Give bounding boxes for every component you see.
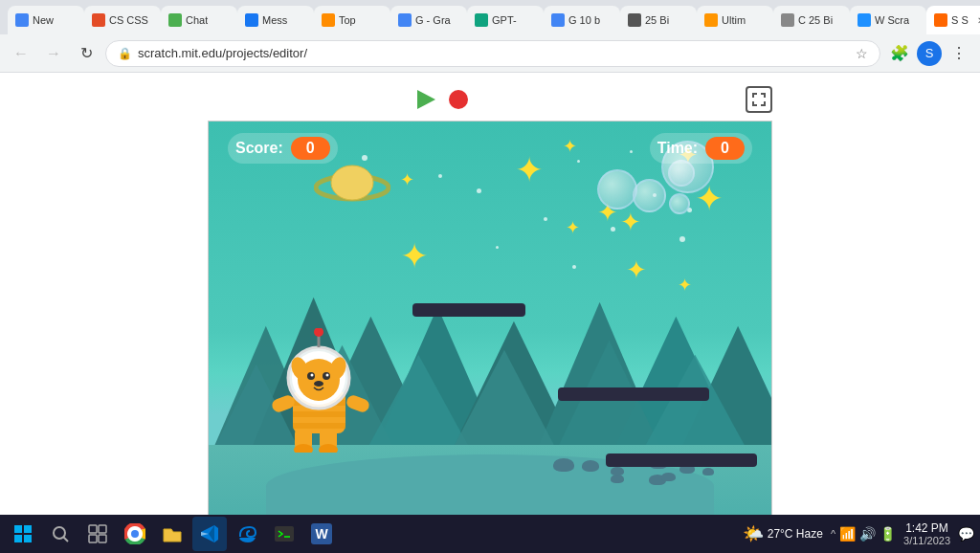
taskbar-right: 🌤️ 27°C Haze ^ 📶 🔊 🔋 1:42 PM 3/11/2023 💬	[743, 521, 974, 546]
tab-favicon-25b1	[628, 13, 641, 27]
platform-1	[412, 303, 525, 317]
page-content: ✦ ✦ ✦ ✦ ✦ ✦ ✦ ✦ ✦ ✦ ✦	[0, 73, 980, 553]
svg-rect-47	[89, 525, 97, 533]
platform-2	[558, 387, 709, 401]
tab-new[interactable]: New	[8, 6, 84, 34]
start-button[interactable]	[6, 517, 40, 551]
account-button[interactable]: S	[917, 41, 942, 66]
bubble-1	[633, 179, 666, 212]
svg-rect-43	[14, 535, 22, 542]
bubble-3	[669, 193, 690, 214]
tab-scra[interactable]: W Scra	[850, 6, 926, 34]
file-explorer-taskbar-item[interactable]	[155, 517, 189, 551]
reload-button[interactable]: ↻	[73, 40, 100, 67]
tab-label-scra: W Scra	[875, 14, 909, 26]
vscode-taskbar-item[interactable]	[192, 517, 227, 551]
rock-5	[702, 468, 714, 476]
taskbar-clock[interactable]: 1:42 PM 3/11/2023	[903, 521, 950, 546]
tab-gpt[interactable]: GPT-	[467, 6, 544, 34]
tab-scratch[interactable]: S S ✕	[926, 6, 980, 34]
time-value: 0	[705, 137, 745, 160]
network-icon[interactable]: 📶	[839, 526, 856, 542]
volume-icon[interactable]: 🔊	[859, 526, 876, 542]
rock-6	[553, 458, 574, 472]
svg-point-52	[131, 530, 139, 538]
dot-3	[477, 188, 481, 193]
file-explorer-icon	[162, 523, 183, 544]
tab-label-gpt: GPT-	[492, 14, 517, 26]
svg-point-29	[326, 374, 329, 377]
fullscreen-icon	[751, 92, 767, 107]
edge-taskbar-item[interactable]	[230, 517, 264, 551]
sparkle-4: ✦	[620, 208, 641, 237]
rock-1	[582, 460, 599, 472]
tab-ultin[interactable]: Ultim	[697, 6, 773, 34]
word-taskbar-item[interactable]: W	[304, 517, 339, 551]
tab-label-mess: Mess	[262, 14, 287, 26]
bookmark-star-icon[interactable]: ☆	[856, 46, 868, 61]
time-box: Time: 0	[650, 133, 752, 164]
score-label: Score:	[235, 140, 283, 157]
tab-label-ultin: Ultim	[722, 14, 746, 26]
task-view-button[interactable]	[80, 517, 115, 551]
tab-label-css: CS CSS	[109, 14, 148, 26]
tab-favicon-chat	[168, 13, 182, 27]
extensions-button[interactable]: 🧩	[886, 40, 913, 67]
saturn-planet	[314, 162, 390, 218]
chrome-taskbar-item[interactable]	[118, 517, 152, 551]
weather-text: 27°C Haze	[768, 527, 823, 541]
dog-character	[264, 328, 379, 453]
chevron-up-icon[interactable]: ^	[831, 528, 835, 540]
tab-favicon-gpt	[475, 13, 488, 27]
edge-icon	[236, 523, 257, 544]
score-box: Score: 0	[228, 133, 338, 164]
back-button[interactable]: ←	[8, 40, 34, 67]
tab-gra[interactable]: G - Gra	[390, 6, 467, 34]
word-icon: W	[311, 523, 332, 544]
task-view-icon	[88, 524, 107, 543]
tab-25b2[interactable]: C 25 Bi	[773, 6, 850, 34]
tab-mess[interactable]: Mess	[237, 6, 314, 34]
tab-close-scratch[interactable]: ✕	[974, 13, 980, 27]
fullscreen-button[interactable]	[746, 86, 772, 113]
notification-button[interactable]: 💬	[958, 526, 974, 542]
taskbar: W 🌤️ 27°C Haze ^ 📶 🔊 🔋 1:42 PM 3/11/2023…	[0, 515, 980, 553]
fullscreen-spacer	[746, 86, 772, 113]
tab-top[interactable]: Top	[314, 6, 390, 34]
tab-10b[interactable]: G 10 b	[544, 6, 620, 34]
stop-button[interactable]	[449, 90, 468, 109]
terminal-taskbar-item[interactable]	[267, 517, 301, 551]
search-taskbar-button[interactable]	[43, 517, 78, 551]
tab-label-chat: Chat	[186, 14, 208, 26]
tab-label-25b2: C 25 Bi	[798, 14, 833, 26]
battery-icon[interactable]: 🔋	[880, 526, 896, 542]
tab-bar: New CS CSS Chat Mess Top G - Gra GPT- G	[0, 0, 980, 34]
lock-icon: 🔒	[118, 47, 132, 60]
svg-rect-53	[275, 526, 294, 542]
more-menu-button[interactable]: ⋮	[946, 40, 972, 67]
svg-rect-44	[24, 535, 32, 542]
svg-point-34	[314, 328, 323, 337]
address-bar[interactable]: 🔒 scratch.mit.edu/projects/editor/ ☆	[105, 40, 880, 67]
scratch-controls	[208, 82, 772, 117]
tab-css[interactable]: CS CSS	[84, 6, 161, 34]
tab-favicon-css	[92, 13, 105, 27]
svg-point-28	[311, 374, 314, 377]
svg-rect-49	[89, 535, 97, 542]
tab-favicon-scra	[858, 13, 871, 27]
score-value: 0	[291, 137, 330, 160]
tab-favicon-25b2	[781, 13, 794, 27]
tab-favicon-new	[15, 13, 29, 27]
forward-button[interactable]: →	[40, 40, 67, 67]
tab-chat[interactable]: Chat	[161, 6, 237, 34]
toolbar-right: 🧩 S ⋮	[886, 40, 972, 67]
tab-label-gra: G - Gra	[415, 14, 451, 26]
game-viewport: ✦ ✦ ✦ ✦ ✦ ✦ ✦ ✦ ✦ ✦ ✦	[208, 121, 772, 542]
tab-25b1[interactable]: 25 Bi	[620, 6, 697, 34]
green-flag-button[interactable]	[409, 82, 443, 117]
weather-widget[interactable]: 🌤️ 27°C Haze	[743, 523, 823, 544]
platform-3	[606, 453, 757, 467]
dot-2	[438, 174, 442, 178]
dot-6	[611, 227, 615, 232]
tab-favicon-10b	[551, 13, 565, 27]
